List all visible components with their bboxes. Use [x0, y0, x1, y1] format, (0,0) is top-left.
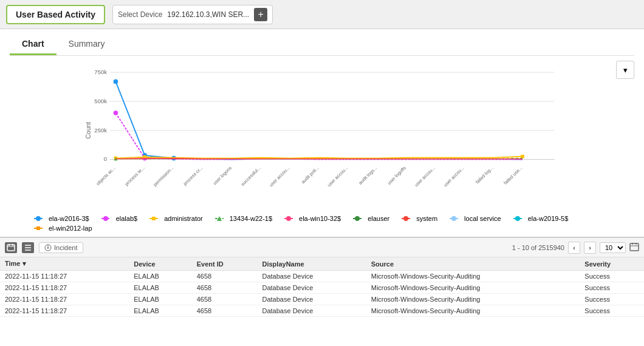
svg-rect-17 [521, 155, 524, 158]
svg-text:successful...: successful... [240, 165, 262, 187]
svg-rect-54 [7, 245, 15, 251]
cell-event_id: 4658 [192, 305, 258, 317]
svg-point-13 [114, 110, 118, 115]
col-header-source[interactable]: Source [366, 257, 580, 271]
svg-text:Count: Count [84, 122, 92, 139]
svg-text:failed log...: failed log... [474, 165, 495, 185]
device-selector[interactable]: Select Device 192.162.10.3,WIN SER... + [112, 5, 273, 24]
main-container: User Based Activity Select Device 192.16… [0, 0, 644, 346]
svg-text:user accou...: user accou... [414, 165, 436, 188]
cell-source: Microsoft-Windows-Security-Auditing [366, 294, 580, 305]
col-header-time[interactable]: Time ▾ [0, 257, 129, 271]
chevron-down-icon: ▾ [623, 66, 628, 75]
svg-point-45 [355, 216, 360, 221]
cell-source: Microsoft-Windows-Security-Auditing [366, 271, 580, 282]
svg-text:user logons: user logons [212, 165, 233, 186]
col-header-device[interactable]: Device [129, 257, 191, 271]
svg-text:permission...: permission... [152, 165, 175, 188]
calendar-view-icon[interactable] [5, 242, 17, 253]
bottom-toolbar: Incident 1 - 10 of 2515940 ‹ › 10 25 50 [0, 238, 644, 257]
cell-display_name: Database Device [258, 271, 366, 282]
device-label: Select Device [118, 10, 162, 19]
incident-label: Incident [54, 244, 78, 251]
list-view-icon[interactable] [22, 242, 34, 253]
svg-text:0: 0 [104, 155, 107, 162]
table-row: 2022-11-15 11:18:27ELALAB4658Database De… [0, 282, 644, 294]
prev-page-button[interactable]: ‹ [568, 242, 580, 254]
cell-event_id: 4658 [192, 294, 258, 305]
cell-severity: Success [580, 294, 644, 305]
content-area: Chart Summary ▾ Count 7 [0, 29, 644, 237]
legend-item-local-service: local service [450, 215, 501, 222]
legend-item-ela-w2016: ela-w2016-3$ [34, 215, 89, 222]
add-device-button[interactable]: + [254, 8, 267, 21]
svg-rect-39 [152, 217, 156, 220]
chart-wrapper: ▾ Count 750k 500k 250k 0 [10, 61, 634, 211]
data-table: Time ▾ Device Event ID DisplayName Sourc [0, 257, 644, 317]
cell-severity: Success [580, 271, 644, 282]
cell-display_name: Database Device [258, 305, 366, 317]
table-row: 2022-11-15 11:18:27ELALAB4658Database De… [0, 294, 644, 305]
tabs: Chart Summary [10, 34, 634, 56]
cell-source: Microsoft-Windows-Security-Auditing [366, 282, 580, 294]
bottom-panel: Incident 1 - 10 of 2515940 ‹ › 10 25 50 [0, 237, 644, 346]
cell-severity: Success [580, 305, 644, 317]
rows-per-page-select[interactable]: 10 25 50 [600, 242, 626, 253]
col-header-eventid[interactable]: Event ID [192, 257, 258, 271]
table-header-row: Time ▾ Device Event ID DisplayName Sourc [0, 257, 644, 271]
next-page-button[interactable]: › [584, 242, 596, 254]
col-header-displayname[interactable]: DisplayName [258, 257, 366, 271]
cell-event_id: 4658 [192, 271, 258, 282]
device-value: 192.162.10.3,WIN SER... [167, 10, 249, 19]
toolbar-right: 1 - 10 of 2515940 ‹ › 10 25 50 [512, 242, 639, 254]
table-row: 2022-11-15 11:18:27ELALAB4658Database De… [0, 271, 644, 282]
chart-dropdown-button[interactable]: ▾ [616, 61, 634, 79]
svg-point-47 [403, 216, 408, 221]
cell-event_id: 4658 [192, 282, 258, 294]
svg-text:process cr...: process cr... [182, 165, 204, 186]
svg-point-43 [286, 216, 291, 221]
incident-tag[interactable]: Incident [39, 242, 83, 253]
export-calendar-icon[interactable] [629, 242, 639, 253]
chart-container: ▾ Count 750k 500k 250k 0 [10, 61, 634, 232]
page-title: User Based Activity [6, 5, 105, 24]
cell-severity: Success [580, 282, 644, 294]
svg-text:audit logs...: audit logs... [357, 165, 378, 186]
chart-svg: Count 750k 500k 250k 0 [10, 61, 634, 194]
cell-device: ELALAB [129, 294, 191, 305]
tab-chart[interactable]: Chart [10, 34, 57, 55]
chart-legend: ela-w2016-3$ elalab$ administrator 13434… [10, 215, 634, 232]
tab-summary[interactable]: Summary [57, 34, 117, 55]
legend-item-elauser: elauser [353, 215, 389, 222]
cell-device: ELALAB [129, 271, 191, 282]
svg-text:user accou...: user accou... [442, 165, 465, 188]
legend-item-13434: 13434-w22-1$ [215, 215, 272, 222]
cell-time: 2022-11-15 11:18:27 [0, 294, 129, 305]
svg-text:250k: 250k [94, 127, 107, 134]
legend-item-administrator: administrator [149, 215, 203, 222]
cell-time: 2022-11-15 11:18:27 [0, 271, 129, 282]
legend-item-el-win2012: el-win2012-lap [34, 225, 92, 232]
cell-source: Microsoft-Windows-Security-Auditing [366, 305, 580, 317]
svg-text:objects ac...: objects ac... [95, 165, 117, 186]
legend-item-system: system [402, 215, 437, 222]
legend-item-ela-win10: ela-win10-32$ [284, 215, 341, 222]
cell-time: 2022-11-15 11:18:27 [0, 282, 129, 294]
svg-text:500k: 500k [94, 98, 107, 104]
svg-rect-64 [630, 243, 639, 251]
svg-point-63 [47, 245, 49, 246]
svg-text:750k: 750k [94, 69, 107, 75]
svg-point-49 [451, 216, 456, 221]
svg-text:user accou...: user accou... [326, 165, 349, 188]
table-scroll: Time ▾ Device Event ID DisplayName Sourc [0, 257, 644, 346]
cell-time: 2022-11-15 11:18:27 [0, 305, 129, 317]
legend-item-ela-w2019: ela-w2019-5$ [513, 215, 569, 222]
svg-point-35 [36, 216, 41, 221]
svg-text:user accou...: user accou... [269, 165, 291, 188]
cell-device: ELALAB [129, 282, 191, 294]
svg-text:failed use...: failed use... [502, 165, 523, 186]
cell-display_name: Database Device [258, 282, 366, 294]
top-header: User Based Activity Select Device 192.16… [0, 0, 644, 29]
col-header-severity[interactable]: Severity [580, 257, 644, 271]
cell-display_name: Database Device [258, 294, 366, 305]
